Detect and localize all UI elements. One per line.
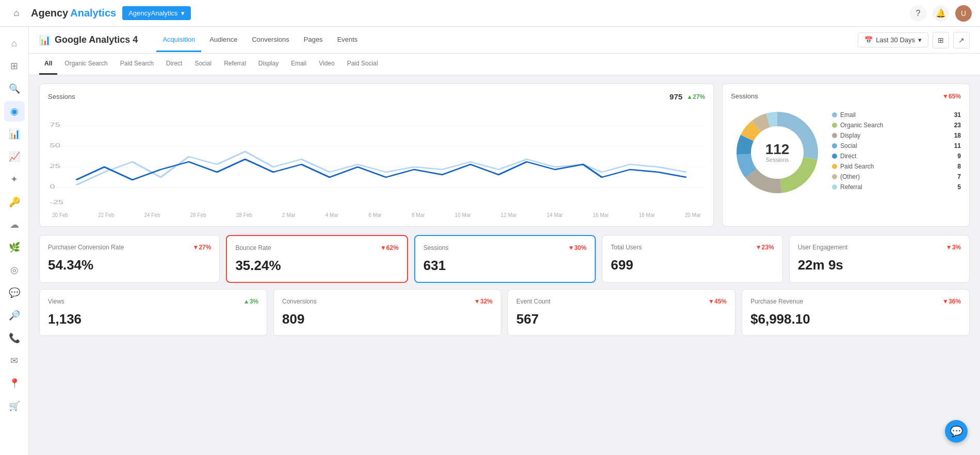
metric-card-header-4: Total Users ▼23% — [611, 244, 774, 251]
bottom-card-header-purchase-revenue: Purchase Revenue ▼36% — [750, 298, 961, 305]
calendar-icon: 📅 — [864, 36, 873, 44]
tab-referral[interactable]: Referral — [219, 54, 251, 75]
x-label: 24 Feb — [144, 212, 160, 218]
tab-paid-search[interactable]: Paid Search — [115, 54, 159, 75]
home-icon[interactable]: ⌂ — [8, 5, 25, 22]
legend-label-email: Email — [840, 111, 951, 119]
bottom-card-header-views: Views ▲3% — [48, 298, 258, 305]
sidebar-key-icon[interactable]: 🔑 — [4, 192, 25, 212]
x-label: 22 Feb — [98, 212, 114, 218]
legend-label-display: Display — [840, 132, 951, 139]
line-chart-svg: 75 50 25 0 -25 — [48, 105, 705, 208]
legend-dot-referral — [832, 184, 837, 190]
x-label: 26 Feb — [190, 212, 206, 218]
metric-card-badge-5: ▼3% — [946, 244, 961, 251]
tab-paid-social[interactable]: Paid Social — [342, 54, 383, 75]
donut-body: 112 Sessions Email 31 Organic Search — [731, 106, 961, 199]
x-label: 18 Mar — [639, 212, 655, 218]
notifications-button[interactable]: 🔔 — [933, 5, 949, 22]
main-content: 📊 Google Analytics 4 Acquisition Audienc… — [29, 27, 980, 344]
tab-email[interactable]: Email — [286, 54, 312, 75]
metric-card-total-users: Total Users ▼23% 699 — [602, 235, 782, 283]
nav-conversions[interactable]: Conversions — [246, 28, 295, 52]
x-axis-labels: 20 Feb 22 Feb 24 Feb 26 Feb 28 Feb 2 Mar… — [48, 212, 705, 218]
legend-label-direct: Direct — [840, 153, 954, 160]
sidebar-line-chart-icon[interactable]: 📈 — [4, 146, 25, 167]
bottom-card-title-purchase-revenue: Purchase Revenue — [750, 298, 803, 305]
legend-label-social: Social — [840, 142, 951, 149]
x-label: 16 Mar — [593, 212, 609, 218]
metric-card-header-1: Purchaser Conversion Rate ▼27% — [48, 244, 211, 251]
legend-label-other: (Other) — [840, 173, 954, 180]
page-title: Google Analytics 4 — [55, 35, 138, 45]
sidebar-leaf-icon[interactable]: 🌿 — [4, 237, 25, 258]
nav-pages[interactable]: Pages — [298, 28, 329, 52]
date-range-label: Last 30 Days — [876, 36, 915, 44]
avatar[interactable]: U — [955, 5, 972, 22]
nav-acquisition[interactable]: Acquisition — [156, 28, 201, 52]
tab-direct[interactable]: Direct — [161, 54, 187, 75]
share-icon[interactable]: ↗ — [953, 32, 970, 48]
line-chart-value-area: 975 ▲27% — [669, 92, 705, 101]
tab-organic-search[interactable]: Organic Search — [59, 54, 112, 75]
bottom-card-badge-event-count: ▼45% — [708, 298, 727, 305]
sidebar-target-icon[interactable]: ◎ — [4, 260, 25, 280]
metric-card-title-1: Purchaser Conversion Rate — [48, 244, 124, 251]
legend-item-paid-search: Paid Search 8 — [832, 163, 961, 170]
page-title-area: 📊 Google Analytics 4 — [39, 35, 138, 46]
donut-title: Sessions — [731, 92, 758, 100]
help-button[interactable]: ? — [910, 5, 926, 22]
legend-dot-paid-search — [832, 164, 837, 169]
sidebar-home-icon[interactable]: ⌂ — [4, 33, 25, 54]
line-chart-header: Sessions 975 ▲27% — [48, 92, 705, 101]
page-header: 📊 Google Analytics 4 Acquisition Audienc… — [29, 27, 980, 54]
legend-dot-email — [832, 112, 837, 117]
svg-text:50: 50 — [50, 143, 60, 148]
x-label: 6 Mar — [368, 212, 382, 218]
metric-card-title-2: Bounce Rate — [235, 244, 271, 251]
legend-value-paid-search: 8 — [957, 163, 961, 170]
metric-card-header-5: User Engagement ▼3% — [798, 244, 961, 251]
layout-icon[interactable]: ⊞ — [933, 32, 949, 48]
header-actions: 📅 Last 30 Days ▾ ⊞ ↗ — [858, 32, 970, 48]
tab-social[interactable]: Social — [189, 54, 217, 75]
legend-value-direct: 9 — [957, 153, 961, 160]
legend-value-organic: 23 — [954, 122, 961, 129]
metric-card-bounce-rate: Bounce Rate ▼62% 35.24% — [226, 235, 407, 283]
sidebar-grid-icon[interactable]: ⊞ — [4, 56, 25, 76]
content-area: Sessions 975 ▲27% 75 50 25 — [29, 75, 980, 344]
sidebar-search-icon[interactable]: 🔍 — [4, 78, 25, 99]
date-range-button[interactable]: 📅 Last 30 Days ▾ — [858, 32, 928, 47]
legend-item-direct: Direct 9 — [832, 153, 961, 160]
sidebar-comment-icon[interactable]: 💬 — [4, 282, 25, 303]
legend-dot-organic — [832, 123, 837, 128]
metric-card-header-3: Sessions ▼30% — [423, 244, 586, 251]
bottom-card-conversions: Conversions ▼32% 809 — [273, 289, 501, 336]
tab-display[interactable]: Display — [253, 54, 284, 75]
sidebar-phone-icon[interactable]: 📞 — [4, 328, 25, 344]
sidebar-star-icon[interactable]: ✦ — [4, 169, 25, 190]
donut-svg-wrap: 112 Sessions — [731, 106, 824, 199]
sidebar-activity-icon[interactable]: ◉ — [4, 101, 25, 122]
tab-video[interactable]: Video — [314, 54, 339, 75]
tab-all[interactable]: All — [39, 54, 57, 75]
nav-audience[interactable]: Audience — [203, 28, 243, 52]
bottom-card-title-conversions: Conversions — [282, 298, 317, 305]
sidebar-magnify-icon[interactable]: 🔎 — [4, 305, 25, 326]
agency-dropdown-button[interactable]: AgencyAnalytics ▾ — [122, 6, 190, 20]
nav-events[interactable]: Events — [331, 28, 364, 52]
logo-agency: Agency — [31, 7, 68, 19]
legend-value-display: 18 — [954, 132, 961, 139]
x-label: 28 Feb — [236, 212, 252, 218]
x-label: 2 Mar — [282, 212, 296, 218]
metric-card-badge-4: ▼23% — [756, 244, 774, 251]
sidebar-cloud-icon[interactable]: ☁ — [4, 214, 25, 235]
sessions-line-chart-card: Sessions 975 ▲27% 75 50 25 — [39, 83, 714, 227]
legend-dot-direct — [832, 154, 837, 159]
x-label: 12 Mar — [501, 212, 517, 218]
bottom-card-event-count: Event Count ▼45% 567 — [508, 289, 736, 336]
donut-badge: ▼65% — [942, 93, 961, 100]
sidebar-bar-chart-icon[interactable]: 📊 — [4, 124, 25, 144]
metric-card-badge-1: ▼27% — [193, 244, 211, 251]
charts-row: Sessions 975 ▲27% 75 50 25 — [39, 83, 970, 227]
